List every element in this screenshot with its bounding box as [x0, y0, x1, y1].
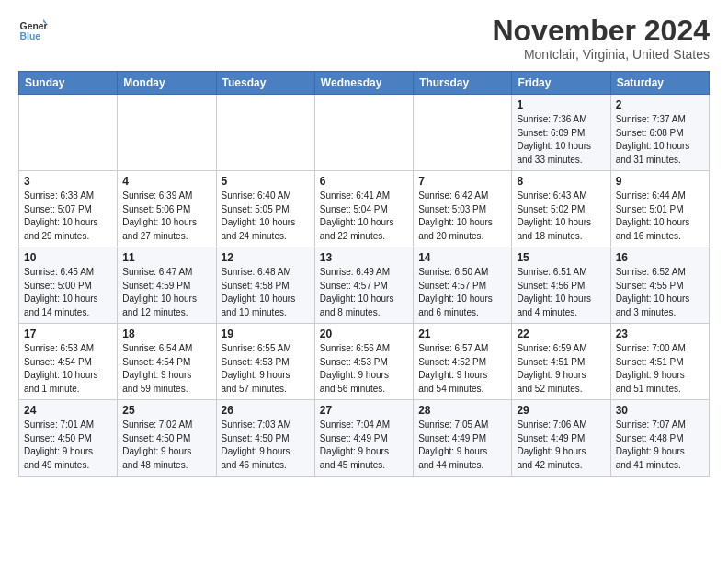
calendar-cell-4-4: 28Sunrise: 7:05 AMSunset: 4:49 PMDayligh… — [414, 400, 512, 477]
day-number: 1 — [517, 98, 605, 111]
calendar-cell-0-2 — [216, 95, 314, 171]
day-number: 14 — [418, 251, 506, 264]
day-info: Sunrise: 7:00 AMSunset: 4:51 PMDaylight:… — [616, 342, 704, 396]
day-number: 11 — [122, 251, 210, 264]
weekday-header-tuesday: Tuesday — [216, 72, 314, 95]
header: General Blue November 2024 Montclair, Vi… — [18, 15, 710, 62]
day-info: Sunrise: 6:49 AMSunset: 4:57 PMDaylight:… — [320, 266, 408, 319]
svg-text:Blue: Blue — [20, 31, 41, 41]
calendar-cell-0-0 — [19, 95, 118, 171]
day-info: Sunrise: 6:44 AMSunset: 5:01 PMDaylight:… — [616, 190, 704, 243]
day-number: 27 — [320, 404, 408, 417]
day-info: Sunrise: 6:50 AMSunset: 4:57 PMDaylight:… — [418, 266, 506, 319]
day-number: 8 — [517, 175, 605, 188]
page: General Blue November 2024 Montclair, Vi… — [0, 0, 728, 491]
week-row-2: 10Sunrise: 6:45 AMSunset: 5:00 PMDayligh… — [19, 247, 710, 324]
calendar-cell-3-4: 21Sunrise: 6:57 AMSunset: 4:52 PMDayligh… — [414, 324, 512, 400]
svg-text:General: General — [20, 21, 48, 31]
week-row-4: 24Sunrise: 7:01 AMSunset: 4:50 PMDayligh… — [19, 400, 710, 477]
calendar-cell-2-3: 13Sunrise: 6:49 AMSunset: 4:57 PMDayligh… — [314, 247, 413, 324]
day-info: Sunrise: 7:02 AMSunset: 4:50 PMDaylight:… — [122, 419, 210, 472]
calendar-cell-4-2: 26Sunrise: 7:03 AMSunset: 4:50 PMDayligh… — [216, 400, 314, 477]
calendar-cell-1-5: 8Sunrise: 6:43 AMSunset: 5:02 PMDaylight… — [512, 171, 610, 247]
day-info: Sunrise: 6:52 AMSunset: 4:55 PMDaylight:… — [616, 266, 704, 319]
day-number: 20 — [320, 327, 408, 340]
calendar-cell-2-0: 10Sunrise: 6:45 AMSunset: 5:00 PMDayligh… — [19, 247, 118, 324]
day-info: Sunrise: 6:47 AMSunset: 4:59 PMDaylight:… — [122, 266, 210, 319]
month-title: November 2024 — [492, 15, 710, 47]
calendar-cell-4-1: 25Sunrise: 7:02 AMSunset: 4:50 PMDayligh… — [118, 400, 216, 477]
calendar-cell-1-4: 7Sunrise: 6:42 AMSunset: 5:03 PMDaylight… — [414, 171, 512, 247]
day-info: Sunrise: 7:07 AMSunset: 4:48 PMDaylight:… — [616, 419, 704, 472]
calendar-cell-3-3: 20Sunrise: 6:56 AMSunset: 4:53 PMDayligh… — [314, 324, 413, 400]
day-number: 5 — [222, 175, 310, 188]
day-info: Sunrise: 6:57 AMSunset: 4:52 PMDaylight:… — [418, 342, 506, 396]
calendar-cell-0-6: 2Sunrise: 7:37 AMSunset: 6:08 PMDaylight… — [610, 95, 709, 171]
day-number: 23 — [616, 327, 704, 340]
weekday-header-row: SundayMondayTuesdayWednesdayThursdayFrid… — [19, 72, 710, 95]
day-info: Sunrise: 7:06 AMSunset: 4:49 PMDaylight:… — [517, 419, 605, 472]
day-info: Sunrise: 6:45 AMSunset: 5:00 PMDaylight:… — [24, 266, 112, 319]
day-number: 28 — [418, 404, 506, 417]
day-number: 19 — [222, 327, 310, 340]
calendar-cell-2-5: 15Sunrise: 6:51 AMSunset: 4:56 PMDayligh… — [512, 247, 610, 324]
calendar-cell-4-6: 30Sunrise: 7:07 AMSunset: 4:48 PMDayligh… — [610, 400, 709, 477]
day-info: Sunrise: 7:36 AMSunset: 6:09 PMDaylight:… — [517, 113, 605, 167]
day-number: 22 — [517, 327, 605, 340]
day-number: 25 — [122, 404, 210, 417]
day-info: Sunrise: 7:37 AMSunset: 6:08 PMDaylight:… — [616, 113, 704, 167]
day-info: Sunrise: 6:59 AMSunset: 4:51 PMDaylight:… — [517, 342, 605, 396]
location: Montclair, Virginia, United States — [492, 47, 710, 62]
day-info: Sunrise: 6:56 AMSunset: 4:53 PMDaylight:… — [320, 342, 408, 396]
calendar-cell-1-6: 9Sunrise: 6:44 AMSunset: 5:01 PMDaylight… — [610, 171, 709, 247]
day-info: Sunrise: 7:01 AMSunset: 4:50 PMDaylight:… — [24, 419, 112, 472]
week-row-1: 3Sunrise: 6:38 AMSunset: 5:07 PMDaylight… — [19, 171, 710, 247]
day-info: Sunrise: 6:41 AMSunset: 5:04 PMDaylight:… — [320, 190, 408, 243]
calendar-cell-0-5: 1Sunrise: 7:36 AMSunset: 6:09 PMDaylight… — [512, 95, 610, 171]
weekday-header-saturday: Saturday — [610, 72, 709, 95]
calendar-cell-3-0: 17Sunrise: 6:53 AMSunset: 4:54 PMDayligh… — [19, 324, 118, 400]
weekday-header-thursday: Thursday — [414, 72, 512, 95]
logo: General Blue — [18, 15, 48, 44]
day-number: 7 — [418, 175, 506, 188]
day-info: Sunrise: 6:48 AMSunset: 4:58 PMDaylight:… — [222, 266, 310, 319]
calendar-cell-2-6: 16Sunrise: 6:52 AMSunset: 4:55 PMDayligh… — [610, 247, 709, 324]
week-row-0: 1Sunrise: 7:36 AMSunset: 6:09 PMDaylight… — [19, 95, 710, 171]
day-info: Sunrise: 6:42 AMSunset: 5:03 PMDaylight:… — [418, 190, 506, 243]
calendar-cell-1-0: 3Sunrise: 6:38 AMSunset: 5:07 PMDaylight… — [19, 171, 118, 247]
day-info: Sunrise: 6:53 AMSunset: 4:54 PMDaylight:… — [24, 342, 112, 396]
weekday-header-sunday: Sunday — [19, 72, 118, 95]
day-number: 12 — [222, 251, 310, 264]
calendar-cell-0-4 — [414, 95, 512, 171]
weekday-header-wednesday: Wednesday — [314, 72, 413, 95]
day-number: 21 — [418, 327, 506, 340]
logo-icon: General Blue — [18, 15, 48, 44]
calendar-cell-3-5: 22Sunrise: 6:59 AMSunset: 4:51 PMDayligh… — [512, 324, 610, 400]
day-info: Sunrise: 6:39 AMSunset: 5:06 PMDaylight:… — [122, 190, 210, 243]
week-row-3: 17Sunrise: 6:53 AMSunset: 4:54 PMDayligh… — [19, 324, 710, 400]
day-info: Sunrise: 7:04 AMSunset: 4:49 PMDaylight:… — [320, 419, 408, 472]
calendar-cell-2-4: 14Sunrise: 6:50 AMSunset: 4:57 PMDayligh… — [414, 247, 512, 324]
calendar-cell-0-1 — [118, 95, 216, 171]
calendar-cell-1-2: 5Sunrise: 6:40 AMSunset: 5:05 PMDaylight… — [216, 171, 314, 247]
calendar-cell-4-0: 24Sunrise: 7:01 AMSunset: 4:50 PMDayligh… — [19, 400, 118, 477]
title-block: November 2024 Montclair, Virginia, Unite… — [492, 15, 710, 62]
day-number: 2 — [616, 98, 704, 111]
day-info: Sunrise: 6:43 AMSunset: 5:02 PMDaylight:… — [517, 190, 605, 243]
day-number: 24 — [24, 404, 112, 417]
calendar-cell-0-3 — [314, 95, 413, 171]
day-info: Sunrise: 6:55 AMSunset: 4:53 PMDaylight:… — [222, 342, 310, 396]
day-number: 29 — [517, 404, 605, 417]
weekday-header-friday: Friday — [512, 72, 610, 95]
day-number: 30 — [616, 404, 704, 417]
calendar-cell-2-2: 12Sunrise: 6:48 AMSunset: 4:58 PMDayligh… — [216, 247, 314, 324]
day-number: 18 — [122, 327, 210, 340]
day-info: Sunrise: 6:40 AMSunset: 5:05 PMDaylight:… — [222, 190, 310, 243]
day-number: 3 — [24, 175, 112, 188]
calendar-cell-2-1: 11Sunrise: 6:47 AMSunset: 4:59 PMDayligh… — [118, 247, 216, 324]
calendar-cell-3-1: 18Sunrise: 6:54 AMSunset: 4:54 PMDayligh… — [118, 324, 216, 400]
day-number: 17 — [24, 327, 112, 340]
day-number: 16 — [616, 251, 704, 264]
calendar-cell-3-2: 19Sunrise: 6:55 AMSunset: 4:53 PMDayligh… — [216, 324, 314, 400]
day-number: 10 — [24, 251, 112, 264]
